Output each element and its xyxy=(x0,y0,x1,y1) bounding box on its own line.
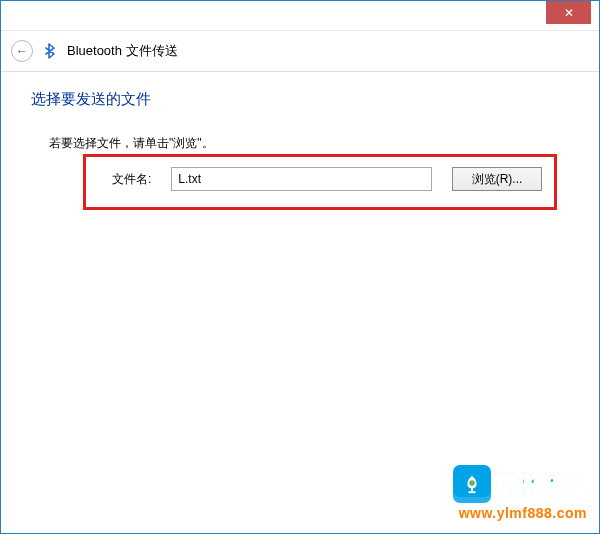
instruction-text: 若要选择文件，请单击"浏览"。 xyxy=(49,135,569,152)
titlebar: ✕ xyxy=(1,1,599,31)
file-name-label: 文件名: xyxy=(112,171,151,188)
close-icon: ✕ xyxy=(564,6,574,20)
bluetooth-icon xyxy=(41,42,59,60)
arrow-left-icon: ← xyxy=(16,44,28,58)
watermark-top: 雨林木风 xyxy=(453,465,587,503)
watermark-brand: 雨林木风 xyxy=(495,469,587,499)
content-area: 选择要发送的文件 若要选择文件，请单击"浏览"。 文件名: 浏览(R)... xyxy=(1,72,599,210)
close-button[interactable]: ✕ xyxy=(546,1,591,24)
window-title: Bluetooth 文件传送 xyxy=(67,42,178,60)
back-button[interactable]: ← xyxy=(11,40,33,62)
svg-point-0 xyxy=(469,480,475,486)
wizard-header: ← Bluetooth 文件传送 xyxy=(1,31,599,71)
window-frame: ✕ ← Bluetooth 文件传送 选择要发送的文件 若要选择文件，请单击"浏… xyxy=(0,0,600,534)
watermark-logo-icon xyxy=(453,465,491,503)
file-name-input[interactable] xyxy=(171,167,432,191)
file-select-row: 文件名: 浏览(R)... xyxy=(83,154,557,210)
watermark: 雨林木风 www.ylmf888.com xyxy=(453,465,587,521)
page-heading: 选择要发送的文件 xyxy=(31,90,569,109)
watermark-url: www.ylmf888.com xyxy=(459,505,587,521)
browse-button[interactable]: 浏览(R)... xyxy=(452,167,542,191)
